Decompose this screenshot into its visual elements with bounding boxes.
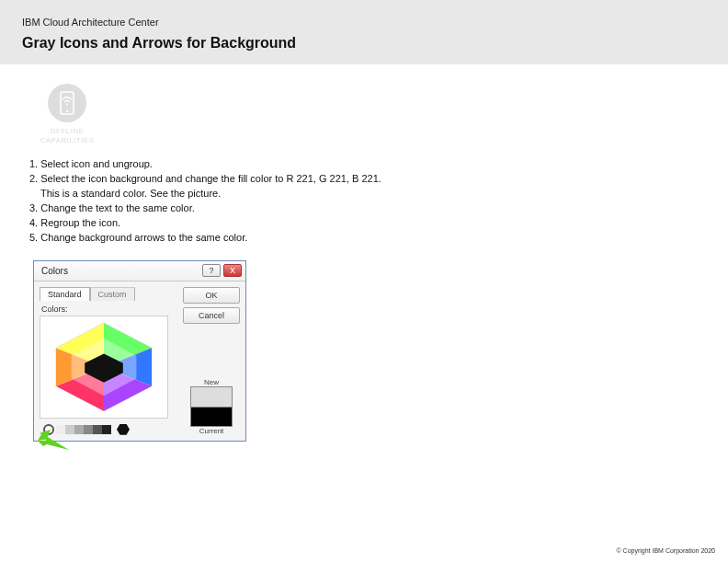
example-icon-block: OFFLINE CAPABILITIES (26, 83, 108, 144)
new-label: New (190, 378, 233, 386)
dialog-right-pane: OK Cancel New Current (183, 287, 240, 435)
ok-button[interactable]: OK (183, 287, 240, 304)
label-line2: CAPABILITIES (40, 136, 94, 144)
svg-point-0 (48, 84, 86, 122)
dialog-tabs: Standard Custom (40, 287, 177, 301)
colors-label: Colors: (41, 304, 177, 314)
header-band: IBM Cloud Architecture Center Gray Icons… (0, 0, 728, 64)
dialog-title: Colors (41, 266, 68, 276)
current-label: Current (190, 427, 233, 435)
instruction-5: 5. Change background arrows to the same … (29, 231, 706, 246)
header-org: IBM Cloud Architecture Center (0, 17, 728, 35)
instruction-1: 1. Select icon and ungroup. (29, 157, 706, 172)
svg-marker-16 (40, 430, 69, 450)
dialog-titlebar: Colors ? X (34, 261, 245, 282)
cancel-button[interactable]: Cancel (183, 307, 240, 324)
content-area: OFFLINE CAPABILITIES 1. Select icon and … (0, 64, 728, 442)
new-current-swatch: New Current (190, 378, 233, 435)
instructions-list: 1. Select icon and ungroup. 2. Select th… (29, 157, 706, 246)
close-icon: X (230, 267, 235, 275)
gray-swatch[interactable] (93, 425, 102, 434)
black-hex-icon (117, 424, 130, 435)
current-color-swatch (190, 407, 233, 427)
close-button[interactable]: X (223, 264, 242, 277)
svg-point-2 (66, 110, 69, 113)
svg-point-3 (66, 104, 68, 106)
dialog-body: Standard Custom Colors: (34, 282, 245, 441)
gray-swatch[interactable] (84, 425, 93, 434)
color-hexagon-picker[interactable] (40, 316, 168, 419)
grayscale-row[interactable] (43, 424, 177, 435)
colors-dialog: Colors ? X Standard Custom Colors: (33, 260, 246, 442)
instruction-2b: This is a standard color. See the pictur… (29, 187, 706, 201)
tab-standard[interactable]: Standard (40, 287, 90, 301)
help-button[interactable]: ? (202, 264, 221, 277)
gray-swatch[interactable] (74, 425, 84, 434)
tab-custom[interactable]: Custom (90, 287, 135, 301)
instruction-3: 3. Change the text to the same color. (29, 201, 706, 216)
help-icon: ? (209, 267, 213, 275)
page-title: Gray Icons and Arrows for Background (0, 35, 728, 52)
new-color-swatch (190, 386, 233, 407)
window-buttons: ? X (202, 264, 242, 277)
dialog-left-pane: Standard Custom Colors: (40, 287, 177, 435)
instruction-2: 2. Select the icon background and change… (29, 172, 706, 187)
green-arrow-icon (38, 430, 69, 450)
label-line1: OFFLINE (50, 127, 84, 135)
hexagon-swatch-icon (44, 319, 164, 415)
example-icon-label: OFFLINE CAPABILITIES (26, 127, 108, 144)
gray-swatch[interactable] (102, 425, 111, 434)
instruction-4: 4. Regroup the icon. (29, 216, 706, 231)
copyright-text: © Copyright IBM Corporation 2020 (617, 547, 716, 554)
offline-capabilities-icon (47, 83, 87, 123)
